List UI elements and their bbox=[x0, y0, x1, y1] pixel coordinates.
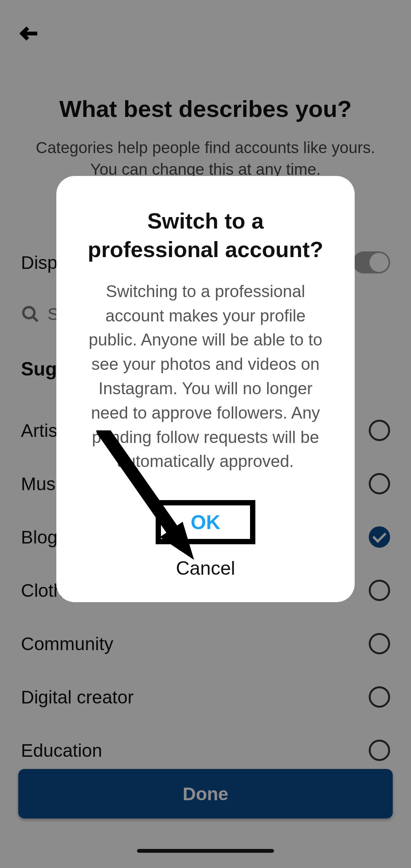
dialog-body: Switching to a professional account make… bbox=[79, 279, 332, 473]
ok-button[interactable]: OK bbox=[191, 511, 220, 534]
cancel-button[interactable]: Cancel bbox=[79, 557, 332, 579]
dialog-title: Switch to a professional account? bbox=[79, 206, 332, 264]
category-selection-screen: What best describes you? Categories help… bbox=[0, 0, 411, 868]
switch-professional-dialog: Switch to a professional account? Switch… bbox=[56, 176, 355, 602]
ok-button-highlight: OK bbox=[156, 500, 255, 544]
